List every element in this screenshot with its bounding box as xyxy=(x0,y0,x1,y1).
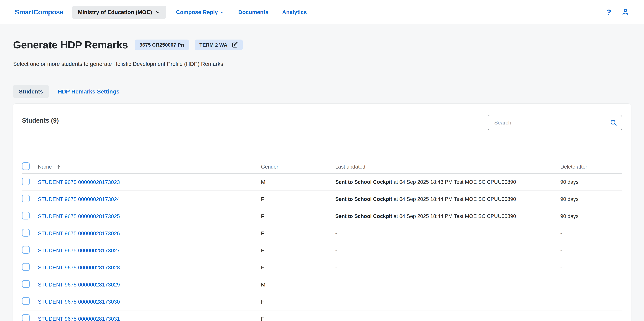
last-updated-cell: Sent to School Cockpit at 04 Sep 2025 18… xyxy=(335,213,560,219)
table-row: STUDENT 9675 00000028173031 F - - xyxy=(22,311,622,321)
student-name-link[interactable]: STUDENT 9675 00000028173025 xyxy=(38,213,120,219)
primary-nav: Compose Reply Documents Analytics xyxy=(176,9,307,15)
page-title: Generate HDP Remarks xyxy=(13,39,128,51)
student-name-link[interactable]: STUDENT 9675 00000028173031 xyxy=(38,316,120,321)
arrow-up-icon[interactable] xyxy=(56,164,61,170)
org-selector[interactable]: Ministry of Education (MOE) xyxy=(72,6,166,19)
column-header-name[interactable]: Name xyxy=(38,164,52,170)
students-panel: Students (9) Name xyxy=(13,103,631,321)
tab-students[interactable]: Students xyxy=(13,85,49,98)
title-row: Generate HDP Remarks 9675 CR250007 Pri T… xyxy=(13,39,631,51)
row-checkbox[interactable] xyxy=(22,246,30,254)
class-badge: 9675 CR250007 Pri xyxy=(135,39,189,50)
nav-analytics[interactable]: Analytics xyxy=(282,9,307,15)
students-count-heading: Students (9) xyxy=(22,117,59,124)
student-name-link[interactable]: STUDENT 9675 00000028173023 xyxy=(38,179,120,185)
tab-bar: Students HDP Remarks Settings xyxy=(13,85,631,98)
student-name-link[interactable]: STUDENT 9675 00000028173030 xyxy=(38,299,120,305)
row-checkbox[interactable] xyxy=(22,212,30,220)
nav-compose-reply-label: Compose Reply xyxy=(176,9,218,15)
delete-after-cell: 90 days xyxy=(560,213,622,219)
nav-right: ? xyxy=(606,8,630,17)
table-row: STUDENT 9675 00000028173030 F - - xyxy=(22,293,622,311)
gender-cell: F xyxy=(261,299,335,305)
last-updated-cell: - xyxy=(335,282,560,288)
search-input[interactable] xyxy=(488,115,622,130)
chevron-down-icon xyxy=(220,10,224,14)
student-table-body: STUDENT 9675 00000028173023 M Sent to Sc… xyxy=(22,174,622,321)
user-profile-icon[interactable] xyxy=(621,8,630,17)
delete-after-cell: 90 days xyxy=(560,179,622,185)
table-row: STUDENT 9675 00000028173029 M - - xyxy=(22,276,622,293)
delete-after-cell: 90 days xyxy=(560,196,622,202)
student-name-link[interactable]: STUDENT 9675 00000028173026 xyxy=(38,230,120,236)
row-checkbox[interactable] xyxy=(22,280,30,288)
table-row: STUDENT 9675 00000028173026 F - - xyxy=(22,225,622,242)
app-logo[interactable]: SmartCompose xyxy=(15,8,64,16)
select-all-checkbox[interactable] xyxy=(22,162,30,170)
table-row: STUDENT 9675 00000028173027 F - - xyxy=(22,242,622,259)
column-header-last-updated[interactable]: Last updated xyxy=(335,164,560,170)
last-updated-cell: Sent to School Cockpit at 04 Sep 2025 18… xyxy=(335,196,560,202)
student-name-link[interactable]: STUDENT 9675 00000028173029 xyxy=(38,282,120,288)
delete-after-cell: - xyxy=(560,316,622,321)
student-name-link[interactable]: STUDENT 9675 00000028173028 xyxy=(38,265,120,271)
last-updated-cell: - xyxy=(335,299,560,305)
gender-cell: F xyxy=(261,248,335,254)
student-name-link[interactable]: STUDENT 9675 00000028173024 xyxy=(38,196,120,202)
table-row: STUDENT 9675 00000028173024 F Sent to Sc… xyxy=(22,191,622,208)
term-badge: TERM 2 WA xyxy=(195,39,243,50)
chevron-down-icon xyxy=(155,10,160,15)
gender-cell: M xyxy=(261,282,335,288)
gender-cell: F xyxy=(261,230,335,237)
delete-after-cell: - xyxy=(560,248,622,254)
delete-after-cell: - xyxy=(560,265,622,271)
last-updated-cell: - xyxy=(335,248,560,254)
last-updated-cell: - xyxy=(335,316,560,321)
student-name-link[interactable]: STUDENT 9675 00000028173027 xyxy=(38,248,120,254)
last-updated-cell: - xyxy=(335,230,560,236)
term-badge-label: TERM 2 WA xyxy=(200,42,228,48)
table-row: STUDENT 9675 00000028173025 F Sent to Sc… xyxy=(22,208,622,225)
table-row: STUDENT 9675 00000028173028 F - - xyxy=(22,259,622,276)
table-row: STUDENT 9675 00000028173023 M Sent to Sc… xyxy=(22,174,622,191)
column-header-gender[interactable]: Gender xyxy=(261,164,335,170)
row-checkbox[interactable] xyxy=(22,229,30,237)
row-checkbox[interactable] xyxy=(22,314,30,321)
students-table: Name Gender Last updated Delete after ST… xyxy=(22,160,622,321)
panel-header: Students (9) xyxy=(22,115,622,130)
row-checkbox[interactable] xyxy=(22,178,30,185)
last-updated-cell: - xyxy=(335,265,560,271)
column-header-delete-after[interactable]: Delete after xyxy=(560,164,622,170)
gender-cell: M xyxy=(261,179,335,185)
last-updated-cell: Sent to School Cockpit at 04 Sep 2025 18… xyxy=(335,179,560,185)
delete-after-cell: - xyxy=(560,299,622,305)
nav-compose-reply[interactable]: Compose Reply xyxy=(176,9,224,15)
table-header-row: Name Gender Last updated Delete after xyxy=(22,160,622,174)
delete-after-cell: - xyxy=(560,282,622,288)
gender-cell: F xyxy=(261,213,335,220)
top-nav: SmartCompose Ministry of Education (MOE)… xyxy=(0,0,644,24)
page-subtitle: Select one or more students to generate … xyxy=(13,61,631,67)
nav-documents[interactable]: Documents xyxy=(238,9,268,15)
gender-cell: F xyxy=(261,196,335,202)
tab-hdp-remarks-settings[interactable]: HDP Remarks Settings xyxy=(52,85,125,98)
row-checkbox[interactable] xyxy=(22,297,30,305)
edit-icon[interactable] xyxy=(232,41,238,48)
gender-cell: F xyxy=(261,316,335,321)
search-box xyxy=(488,115,622,130)
gender-cell: F xyxy=(261,265,335,271)
org-selector-label: Ministry of Education (MOE) xyxy=(78,9,152,15)
help-icon[interactable]: ? xyxy=(606,8,611,16)
row-checkbox[interactable] xyxy=(22,263,30,271)
row-checkbox[interactable] xyxy=(22,195,30,202)
delete-after-cell: - xyxy=(560,230,622,236)
page-content: Generate HDP Remarks 9675 CR250007 Pri T… xyxy=(0,39,644,321)
search-icon[interactable] xyxy=(610,119,617,126)
